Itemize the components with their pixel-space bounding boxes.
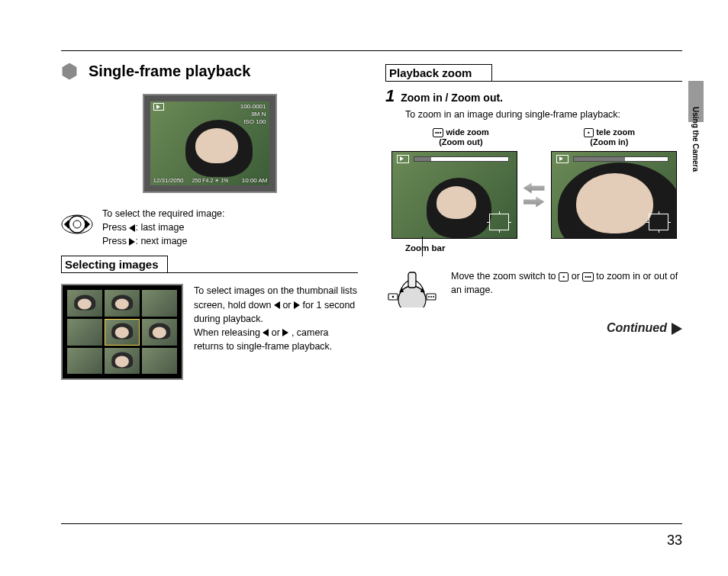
- display-info-top: 100-0001 8M N ISO 100: [240, 103, 266, 126]
- svg-point-12: [433, 296, 434, 298]
- step-title: Zoom in / Zoom out.: [401, 92, 503, 104]
- zoom-frame-icon: [489, 214, 509, 230]
- right-column: Playback zoom 1 Zoom in / Zoom out. To z…: [385, 53, 682, 380]
- heading-single-frame: Single-frame playback: [61, 63, 358, 80]
- triangle-right-icon: [282, 329, 288, 336]
- page-number: 33: [667, 533, 682, 549]
- zoom-frame-icon: [649, 214, 668, 230]
- hex-bullet-icon: [61, 63, 78, 80]
- tele-zoom-label: • tele zoom (Zoom in): [584, 127, 635, 146]
- play-mode-icon: [397, 155, 409, 163]
- tele-zoom-icon: •: [559, 272, 569, 282]
- triangle-left-icon: [263, 329, 269, 336]
- zoom-switch-icon: [385, 269, 439, 307]
- zoom-arrows: [523, 183, 545, 208]
- play-mode-icon: [556, 155, 569, 163]
- side-tab-label: Using the Camera: [691, 107, 700, 172]
- triangle-right-icon: [294, 301, 300, 309]
- svg-rect-4: [408, 272, 416, 288]
- svg-point-10: [428, 296, 430, 298]
- thumbnail-grid: [61, 284, 183, 380]
- zoom-bar-caption: Zoom bar: [405, 243, 682, 253]
- left-column: Single-frame playback 100-0001 8M N ISO …: [61, 53, 358, 380]
- select-instructions: To select the required image: Press : la…: [102, 207, 225, 248]
- svg-point-1: [73, 220, 81, 228]
- svg-point-9: [392, 296, 395, 298]
- step-number: 1: [385, 86, 395, 106]
- triangle-left-icon: [274, 301, 280, 309]
- zoom-switch-text: Move the zoom switch to • or ••• to zoom…: [451, 269, 682, 297]
- dpad-icon: [61, 208, 93, 240]
- section-selecting: Selecting images: [61, 256, 358, 273]
- arrow-right-icon: [523, 197, 545, 208]
- tele-zoom-icon: •: [584, 128, 594, 137]
- wide-zoom-icon: •••: [582, 272, 593, 282]
- press-text: Press: [102, 222, 129, 233]
- arrow-left-icon: [523, 183, 545, 194]
- wide-zoom-label: ••• wide zoom (Zoom out): [433, 127, 489, 146]
- svg-point-11: [430, 296, 432, 298]
- display-exposure: 250 F4.2 ☀ 1%: [153, 178, 268, 184]
- continued-label: Continued: [385, 321, 682, 335]
- play-mode-icon: [153, 103, 164, 111]
- thumbnail-instructions: To select images on the thumbnail lists …: [194, 284, 358, 353]
- section-playback-zoom: Playback zoom: [385, 64, 682, 82]
- step-description: To zoom in an image during single-frame …: [405, 109, 682, 120]
- zoom-in-preview: [551, 151, 677, 239]
- zoom-bar: [573, 156, 668, 162]
- wide-zoom-icon: •••: [433, 128, 443, 137]
- heading-text: Single-frame playback: [89, 63, 250, 80]
- zoom-out-preview: [391, 151, 517, 239]
- zoom-bar: [414, 156, 509, 162]
- camera-display: 100-0001 8M N ISO 100 12/31/2050 10:00 A…: [143, 94, 277, 193]
- continued-arrow-icon: [672, 323, 682, 335]
